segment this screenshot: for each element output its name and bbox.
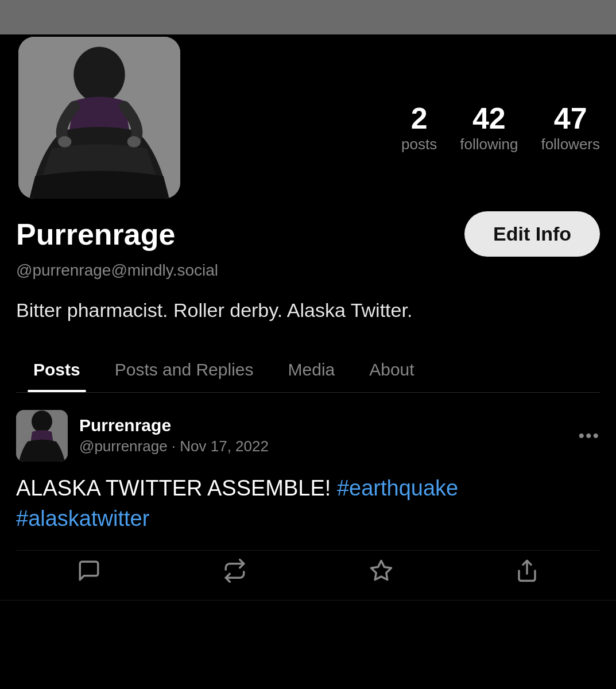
- stat-following[interactable]: 42 following: [460, 103, 518, 153]
- star-icon: [369, 559, 393, 583]
- post-header: Purrenrage @purrenrage · Nov 17, 2022 ••…: [16, 410, 600, 462]
- profile-tabs: Posts Posts and Replies Media About: [16, 347, 600, 393]
- post-avatar-svg: [16, 410, 68, 462]
- post-avatar-image: [16, 410, 68, 462]
- post-meta: Purrenrage @purrenrage · Nov 17, 2022: [79, 416, 269, 455]
- svg-point-2: [73, 47, 125, 103]
- profile-stats: 2 posts 42 following 47 followers: [401, 34, 600, 153]
- profile-name: Purrenrage: [16, 217, 175, 251]
- profile-handle: @purrenrage@mindly.social: [16, 261, 600, 280]
- hashtag-earthquake[interactable]: #earthquake: [337, 476, 458, 500]
- repost-button[interactable]: [223, 559, 247, 583]
- post-handle-date: @purrenrage · Nov 17, 2022: [79, 438, 269, 455]
- post-author-name: Purrenrage: [79, 416, 269, 435]
- like-button[interactable]: [369, 559, 393, 583]
- avatar-image: [18, 37, 180, 199]
- avatar: [16, 34, 183, 201]
- svg-marker-8: [371, 560, 391, 579]
- following-count: 42: [472, 103, 506, 133]
- share-icon: [515, 559, 539, 583]
- stat-posts[interactable]: 2 posts: [401, 103, 437, 153]
- reply-button[interactable]: [77, 559, 101, 583]
- post-content: ALASKA TWITTER ASSEMBLE! #earthquake #al…: [16, 473, 600, 534]
- profile-name-row: Purrenrage Edit Info: [16, 211, 600, 257]
- following-label: following: [460, 136, 518, 153]
- repost-icon: [223, 559, 247, 583]
- profile-top-row: 2 posts 42 following 47 followers: [16, 34, 600, 201]
- tab-posts[interactable]: Posts: [16, 347, 98, 392]
- followers-count: 47: [554, 103, 587, 133]
- svg-point-7: [32, 411, 52, 432]
- svg-point-3: [58, 136, 71, 147]
- post-card: Purrenrage @purrenrage · Nov 17, 2022 ••…: [0, 393, 616, 601]
- edit-info-button[interactable]: Edit Info: [464, 211, 600, 257]
- profile-section: 2 posts 42 following 47 followers Purren…: [0, 34, 616, 393]
- tab-posts-and-replies[interactable]: Posts and Replies: [98, 347, 271, 392]
- followers-label: followers: [541, 136, 600, 153]
- tab-media[interactable]: Media: [271, 347, 352, 392]
- avatar-svg: [18, 37, 180, 199]
- share-button[interactable]: [515, 559, 539, 583]
- svg-point-4: [127, 136, 141, 147]
- post-actions: [16, 550, 600, 583]
- stat-followers[interactable]: 47 followers: [541, 103, 600, 153]
- post-avatar: [16, 410, 68, 462]
- profile-bio: Bitter pharmacist. Roller derby. Alaska …: [16, 297, 600, 324]
- posts-label: posts: [401, 136, 437, 153]
- post-author-row: Purrenrage @purrenrage · Nov 17, 2022: [16, 410, 269, 462]
- hashtag-alaskatwitter[interactable]: #alaskatwitter: [16, 506, 149, 531]
- posts-count: 2: [411, 103, 428, 133]
- reply-icon: [77, 559, 101, 583]
- tab-about[interactable]: About: [352, 347, 431, 392]
- post-more-button[interactable]: •••: [578, 426, 600, 446]
